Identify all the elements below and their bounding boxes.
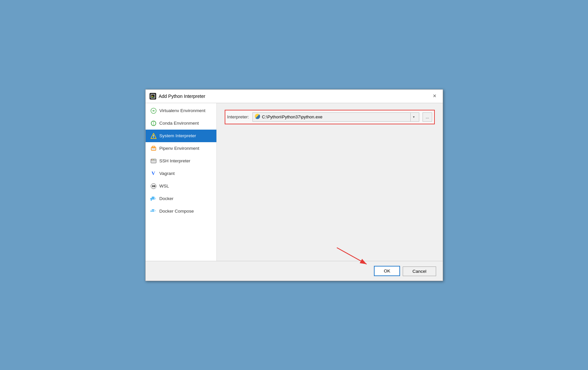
sidebar-label-vagrant: Vagrant: [159, 171, 175, 176]
sidebar-label-pipenv: Pipenv Environment: [159, 146, 200, 151]
wsl-icon: [150, 183, 157, 189]
svg-rect-24: [152, 211, 153, 212]
title-bar-left: Add Python Interpreter: [150, 93, 205, 100]
svg-rect-3: [152, 97, 154, 98]
svg-rect-23: [151, 211, 152, 212]
dialog-title: Add Python Interpreter: [159, 94, 205, 99]
sidebar-label-wsl: WSL: [159, 184, 169, 188]
sidebar-item-vagrant[interactable]: V Vagrant: [146, 167, 216, 180]
interpreter-label: Interpreter:: [227, 114, 249, 119]
svg-rect-8: [153, 135, 154, 137]
svg-rect-27: [153, 209, 154, 210]
browse-button[interactable]: ...: [423, 112, 432, 122]
cancel-button[interactable]: Cancel: [403, 267, 436, 276]
system-interpreter-icon: [150, 133, 157, 139]
ok-button[interactable]: OK: [374, 266, 400, 276]
bottom-bar: OK Cancel: [146, 261, 443, 281]
close-button[interactable]: ×: [431, 92, 439, 100]
svg-point-13: [151, 159, 152, 160]
sidebar-item-ssh[interactable]: SSH Interpreter: [146, 155, 216, 167]
pycharm-icon: [150, 93, 156, 100]
svg-point-14: [152, 159, 153, 160]
svg-rect-2: [152, 96, 153, 97]
sidebar-item-pipenv[interactable]: Pipenv Environment: [146, 142, 216, 155]
title-bar: Add Python Interpreter ×: [146, 90, 443, 103]
ssh-icon: [150, 158, 157, 164]
main-content: Interpreter: C:\Python\Python37\python.e…: [217, 103, 443, 261]
svg-point-7: [153, 137, 154, 137]
sidebar-label-ssh: SSH Interpreter: [159, 158, 191, 163]
interpreter-combo: C:\Python\Python37\python.exe ▾: [252, 112, 420, 122]
docker-compose-icon: [150, 208, 157, 215]
interpreter-path-value: C:\Python\Python37\python.exe: [262, 114, 409, 119]
sidebar-label-conda: Conda Environment: [159, 121, 199, 126]
interpreter-dropdown-arrow[interactable]: ▾: [410, 113, 417, 121]
svg-rect-20: [152, 197, 153, 198]
pipenv-icon: [150, 145, 157, 152]
sidebar-item-virtualenv[interactable]: Virtualenv Environment: [146, 104, 216, 117]
svg-rect-18: [152, 198, 153, 199]
sidebar-label-system: System Interpreter: [159, 133, 196, 138]
interpreter-row: Interpreter: C:\Python\Python37\python.e…: [225, 110, 435, 124]
svg-rect-17: [151, 198, 152, 199]
add-python-interpreter-dialog: Add Python Interpreter × Virtualenv Envi…: [145, 89, 443, 281]
svg-rect-21: [153, 197, 154, 198]
python-icon: [255, 114, 260, 120]
conda-icon: [150, 120, 157, 127]
sidebar-item-wsl[interactable]: WSL: [146, 180, 216, 192]
svg-point-15: [153, 159, 154, 160]
virtualenv-icon: [150, 107, 157, 114]
svg-rect-26: [152, 209, 153, 210]
sidebar-item-conda[interactable]: Conda Environment: [146, 117, 216, 130]
sidebar-label-virtualenv: Virtualenv Environment: [159, 108, 205, 113]
vagrant-icon: V: [150, 170, 157, 177]
sidebar-item-docker-compose[interactable]: Docker Compose: [146, 205, 216, 218]
svg-rect-25: [153, 211, 154, 212]
sidebar-label-docker: Docker: [159, 196, 174, 201]
sidebar: Virtualenv Environment Conda Environment: [146, 103, 217, 261]
sidebar-item-system[interactable]: System Interpreter: [146, 130, 216, 142]
docker-icon: [150, 195, 157, 202]
dialog-body: Virtualenv Environment Conda Environment: [146, 103, 443, 261]
sidebar-item-docker[interactable]: Docker: [146, 192, 216, 205]
svg-rect-19: [153, 198, 154, 199]
sidebar-label-docker-compose: Docker Compose: [159, 209, 194, 214]
